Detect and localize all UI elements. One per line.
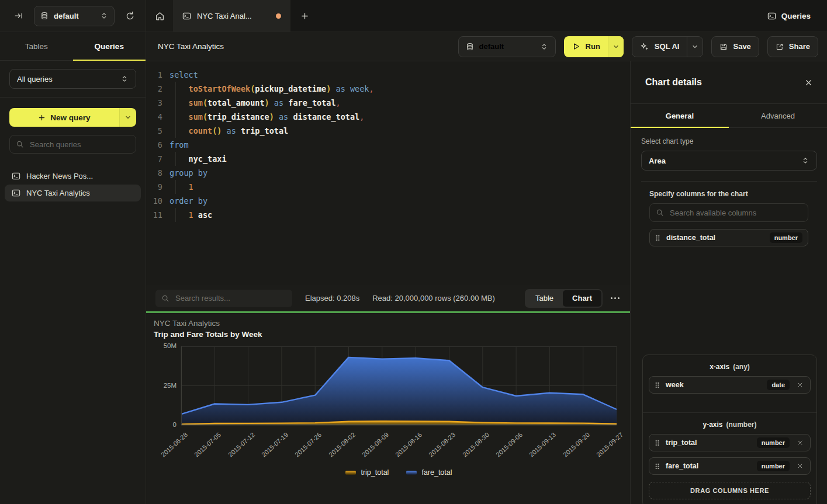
saved-query-item[interactable]: Hacker News Pos... (5, 168, 141, 185)
terminal-icon (182, 12, 191, 20)
x-axis-tick-label: 2015-07-05 (193, 431, 222, 458)
sql-ai-button[interactable]: SQL AI (632, 37, 687, 57)
sql-line[interactable]: 7 nyc_taxi (146, 152, 630, 166)
sidebar-tab-queries[interactable]: Queries (73, 32, 146, 60)
sql-line[interactable]: 3 sum(total_amount) as fare_total, (146, 96, 630, 110)
x-axis-tick-label: 2015-07-12 (227, 431, 256, 458)
saved-query-label: NYC Taxi Analytics (26, 189, 90, 197)
search-results-input[interactable] (174, 293, 286, 303)
share-button[interactable]: Share (767, 36, 818, 57)
new-query-split-button: New query (9, 108, 136, 127)
run-split-button: Run (564, 36, 624, 57)
sql-line[interactable]: 6from (146, 138, 630, 152)
sql-line[interactable]: 9 1 (146, 180, 630, 194)
saved-query-item[interactable]: NYC Taxi Analytics (5, 185, 141, 201)
refresh-icon[interactable] (123, 9, 137, 23)
legend-item-trip_total[interactable]: trip_total (345, 468, 389, 477)
queries-shortcut-label: Queries (781, 12, 811, 20)
sql-line[interactable]: 4 sum(trip_distance) as distance_total, (146, 110, 630, 124)
view-toggle: Table Chart (525, 289, 603, 308)
topbar-database-select[interactable]: default (34, 6, 115, 26)
save-icon (719, 43, 728, 51)
header-database-select[interactable]: default (458, 36, 556, 57)
search-columns-input[interactable] (669, 208, 802, 218)
plus-icon (300, 12, 309, 20)
chart-details-header: Chart details (631, 61, 827, 104)
topbar-database-value: default (54, 12, 79, 20)
new-tab-button[interactable] (290, 0, 319, 32)
results-search (155, 290, 292, 307)
drag-handle-icon[interactable] (655, 381, 660, 389)
tab-advanced[interactable]: Advanced (729, 104, 827, 127)
chevron-updown-icon (540, 43, 548, 51)
chart-view-label: Chart (572, 294, 592, 303)
chart-section: NYC Taxi Analytics Trip and Fare Totals … (146, 313, 630, 504)
x-axis-heading: x-axis(any) (648, 360, 812, 371)
sql-line[interactable]: 11 1 asc (146, 208, 630, 222)
sidebar-tab-tables[interactable]: Tables (0, 32, 73, 60)
sql-line[interactable]: 2 toStartOfWeek(pickup_datetime) as week… (146, 82, 630, 96)
x-axis-tick-label: 2015-08-02 (327, 431, 357, 458)
y-axis-section: y-axis(number)trip_totalnumberfare_total… (643, 412, 816, 504)
column-row-week[interactable]: weekdate (649, 376, 811, 394)
tab-general[interactable]: General (631, 104, 729, 127)
search-icon (16, 140, 24, 148)
drag-handle-icon[interactable] (655, 234, 660, 242)
collapse-sidebar-icon[interactable] (12, 9, 26, 23)
x-axis-tick-label: 2015-06-28 (160, 431, 189, 458)
save-button[interactable]: Save (711, 36, 759, 57)
run-button[interactable]: Run (564, 36, 608, 57)
search-queries-input[interactable] (29, 140, 130, 150)
legend-item-fare_total[interactable]: fare_total (406, 468, 452, 477)
drag-handle-icon[interactable] (655, 439, 660, 447)
chart-legend: trip_totalfare_total (181, 468, 617, 477)
legend-swatch (406, 471, 417, 475)
axis-title: x-axis (710, 363, 729, 371)
chart-plot[interactable] (181, 346, 617, 425)
sql-ai-split-button: SQL AI (632, 36, 704, 57)
view-toggle-table[interactable]: Table (526, 290, 563, 307)
x-axis-section: x-axis(any)weekdate (643, 355, 816, 412)
column-row-distance_total[interactable]: distance_totalnumber (649, 229, 808, 246)
home-icon (155, 11, 165, 21)
home-tab[interactable] (146, 0, 173, 32)
available-columns-list: distance_totalnumber (649, 229, 808, 246)
column-row-fare_total[interactable]: fare_totalnumber (649, 457, 811, 475)
chart-type-select[interactable]: Area (641, 151, 817, 171)
remove-column-icon[interactable] (795, 438, 805, 447)
query-filter-select[interactable]: All queries (9, 69, 136, 89)
plus-icon (38, 114, 46, 121)
close-icon[interactable] (802, 76, 815, 89)
run-options-button[interactable] (608, 36, 624, 57)
tab-nyc-taxi-analytics[interactable]: NYC Taxi Anal... (173, 0, 290, 32)
new-query-menu-button[interactable] (119, 108, 136, 127)
remove-column-icon[interactable] (795, 380, 805, 390)
sql-line[interactable]: 10order by (146, 194, 630, 208)
terminal-icon (12, 189, 20, 197)
sql-ai-options-button[interactable] (687, 37, 703, 57)
drag-handle-icon[interactable] (655, 463, 660, 470)
chevron-updown-icon (120, 75, 129, 83)
column-row-trip_total[interactable]: trip_totalnumber (649, 434, 811, 451)
new-query-button[interactable]: New query (9, 108, 119, 127)
sidebar-search (9, 135, 136, 154)
top-bar: default NYC Taxi Anal... Queries (0, 0, 827, 32)
queries-shortcut[interactable]: Queries (767, 12, 811, 20)
sql-line[interactable]: 8group by (146, 166, 630, 180)
sql-line[interactable]: 5 count() as trip_total (146, 124, 630, 138)
sql-line[interactable]: 1select (146, 68, 630, 82)
top-bar-left: default (0, 0, 146, 32)
more-options-icon[interactable] (608, 294, 622, 303)
saved-query-label: Hacker News Pos... (26, 172, 93, 180)
remove-column-icon[interactable] (795, 461, 805, 471)
axis-title: y-axis (703, 420, 722, 429)
terminal-icon (12, 172, 20, 180)
sql-editor[interactable]: 1select2 toStartOfWeek(pickup_datetime) … (146, 61, 630, 285)
drag-columns-dropzone[interactable]: DRAG COLUMNS HERE (649, 482, 811, 499)
tab-general-label: General (666, 112, 694, 120)
x-axis-tick-label: 2015-09-20 (562, 431, 591, 458)
view-toggle-chart[interactable]: Chart (563, 290, 601, 307)
chart-type-label: Select chart type (641, 137, 817, 145)
column-type-badge: number (770, 232, 802, 243)
legend-swatch (345, 471, 356, 475)
